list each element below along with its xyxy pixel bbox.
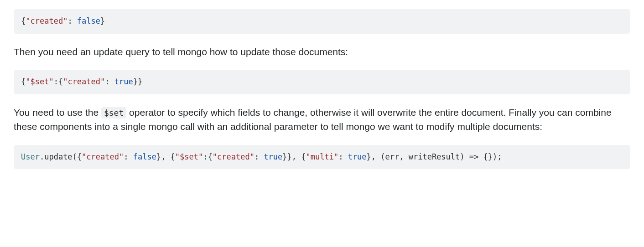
json-bool: false xyxy=(77,16,100,26)
json-key: "created" xyxy=(26,16,68,26)
inline-code-set: $set xyxy=(101,107,126,118)
json-bool: true xyxy=(348,152,367,161)
json-key: "created" xyxy=(213,152,254,161)
json-key: "multi" xyxy=(306,152,339,161)
json-key: "created" xyxy=(63,77,105,86)
paragraph-2: You need to use the $set operator to spe… xyxy=(14,105,630,134)
json-bool: true xyxy=(264,152,282,161)
code-method: .update( xyxy=(40,152,77,161)
code-block-3[interactable]: User.update({"created": false}, {"$set":… xyxy=(14,145,630,170)
code-identifier: User xyxy=(21,152,40,161)
code-tail: , (err, writeResult) => {}); xyxy=(371,152,502,161)
code-block-1: {"created": false} xyxy=(14,9,630,34)
paragraph-text-a: You need to use the xyxy=(14,107,101,118)
json-key: "created" xyxy=(82,152,124,161)
code-block-2: {"$set":{"created": true}} xyxy=(14,70,630,94)
json-key: "$set" xyxy=(26,77,53,86)
json-bool: true xyxy=(114,77,133,86)
json-key: "$set" xyxy=(175,152,203,161)
json-bool: false xyxy=(133,152,156,161)
paragraph-1: Then you need an update query to tell mo… xyxy=(14,45,630,59)
